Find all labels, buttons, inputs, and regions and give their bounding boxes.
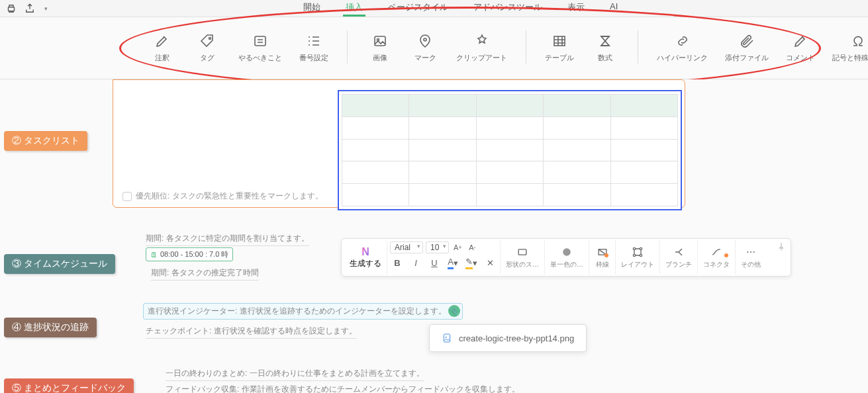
time-estimate-line[interactable]: 期間: 各タスクの推定完了時間	[151, 267, 259, 281]
attach-icon	[739, 33, 755, 49]
italic-button[interactable]: I	[409, 256, 423, 269]
ribbon-annotation[interactable]: 注釈	[146, 30, 179, 66]
bold-button[interactable]: B	[390, 256, 405, 269]
svg-rect-2	[255, 36, 265, 46]
summary-line2[interactable]: フィードバック収集: 作業計画を改善するためにチームメンバーからフィードバックを…	[166, 384, 520, 393]
ribbon-mark[interactable]: マーク	[409, 30, 442, 66]
ribbon-comment[interactable]: コメント	[783, 30, 818, 66]
svg-rect-7	[518, 249, 526, 255]
pin-icon[interactable]	[776, 241, 787, 252]
ribbon-separator	[347, 30, 348, 64]
pencil-icon	[154, 33, 170, 49]
ribbon-symbol[interactable]: 記号と特殊文字	[830, 30, 868, 66]
insert-ribbon: 注釈 タグ やるべきこと 番号設定 画像 マーク クリップアート テーブル 数式…	[0, 17, 868, 79]
border-button[interactable]: 枠線	[589, 240, 616, 275]
tab-view[interactable]: 表示	[565, 0, 587, 17]
svg-point-12	[633, 254, 635, 256]
more-icon: ⋯	[746, 245, 755, 259]
highlight-button[interactable]: ✎▾	[464, 256, 479, 269]
table-row	[342, 116, 678, 139]
tab-insert[interactable]: 挿入	[343, 0, 365, 17]
svg-rect-6	[554, 36, 565, 46]
clear-format-button[interactable]: ✕	[483, 256, 497, 269]
font-controls: Arial 10 A+ A- B I U A▾ ✎▾ ✕	[387, 240, 501, 275]
progress-indicator-row[interactable]: 進行状況インジケーター: 進行状況を追跡するためのインジケーターを設定します。 …	[143, 303, 463, 320]
ribbon-hyperlink[interactable]: ハイパーリンク	[654, 30, 710, 66]
fill-color-button[interactable]: 単一色の…	[545, 240, 589, 275]
font-family-select[interactable]: Arial	[390, 241, 423, 253]
font-increase[interactable]: A+	[452, 241, 463, 253]
font-size-select[interactable]: 10	[426, 241, 449, 253]
ribbon-formula[interactable]: 数式	[589, 30, 622, 66]
ribbon-tag[interactable]: タグ	[191, 30, 224, 66]
image-icon	[372, 33, 388, 49]
ribbon-image[interactable]: 画像	[363, 30, 397, 66]
indicator-dot	[724, 253, 728, 257]
ribbon-separator	[638, 30, 638, 64]
table-row	[342, 184, 678, 206]
node-summary[interactable]: ⑤ まとめとフィードバック	[4, 378, 134, 393]
font-decrease[interactable]: A-	[466, 241, 478, 253]
connector-button[interactable]: コネクタ	[698, 240, 736, 275]
dropdown-icon[interactable]: ▾	[42, 3, 49, 15]
selected-table[interactable]	[338, 90, 682, 210]
svg-point-8	[563, 248, 571, 256]
priority-row[interactable]: 優先順位: タスクの緊急性と重要性をマークします。	[122, 191, 323, 202]
tab-pagestyle[interactable]: ページスタイル	[385, 0, 451, 17]
formula-icon	[597, 33, 613, 49]
generate-button[interactable]: N 生成する	[344, 240, 387, 275]
table-row	[342, 95, 678, 117]
time-chip[interactable]: 🗓 08:00 - 15:00 : 7.0 時	[146, 247, 233, 261]
underline-button[interactable]: U	[427, 256, 442, 269]
checklist-icon	[252, 33, 268, 49]
table-row	[342, 139, 678, 161]
node-tasklist[interactable]: ② タスクリスト	[4, 131, 87, 151]
table-grid[interactable]	[342, 94, 678, 206]
attachment-filename: create-logic-tree-by-ppt14.png	[459, 333, 574, 343]
omega-icon	[850, 33, 866, 49]
time-period-line[interactable]: 期間: 各タスクに特定の期間を割り当てます。	[146, 233, 309, 246]
branch-icon	[672, 245, 685, 259]
svg-rect-3	[375, 36, 385, 46]
more-button[interactable]: ⋯ その他	[736, 240, 766, 275]
svg-point-13	[640, 254, 642, 256]
svg-point-1	[209, 38, 211, 40]
attachment-badge-icon[interactable]: 📎	[448, 305, 460, 317]
rect-icon	[516, 245, 529, 259]
link-icon	[675, 33, 691, 49]
node-timeschedule[interactable]: ③ タイムスケジュール	[4, 254, 115, 274]
mindmap-canvas[interactable]: 優先順位: タスクの緊急性と重要性をマークします。 ② タスクリスト ③ タイム…	[0, 79, 868, 393]
svg-point-11	[640, 247, 642, 249]
table-row	[342, 161, 678, 184]
summary-line1[interactable]: 一日の終わりのまとめ: 一日の終わりに仕事をまとめる計画を立てます。	[166, 368, 424, 381]
ribbon-table[interactable]: テーブル	[542, 30, 577, 66]
print-icon[interactable]	[5, 3, 17, 15]
share-icon[interactable]	[24, 3, 36, 15]
font-color-button[interactable]: A▾	[446, 256, 460, 269]
attachment-popup[interactable]: create-logic-tree-by-ppt14.png	[429, 324, 587, 352]
shape-style-button[interactable]: 形状のス…	[501, 240, 545, 275]
ribbon-numbering[interactable]: 番号設定	[297, 30, 331, 66]
title-bar: ▾ 開始 挿入 ページスタイル アドバンスツール 表示 AI	[0, 0, 868, 17]
tab-ai[interactable]: AI	[607, 0, 620, 17]
circle-icon	[560, 245, 573, 259]
table-icon	[552, 33, 567, 49]
numlist-icon	[306, 33, 322, 49]
comment-icon	[793, 33, 808, 49]
ribbon-todo[interactable]: やるべきこと	[236, 30, 285, 66]
svg-point-10	[633, 247, 635, 249]
layout-icon	[631, 245, 644, 259]
tab-advanced[interactable]: アドバンスツール	[471, 0, 545, 17]
node-progress[interactable]: ④ 進捗状況の追跡	[4, 318, 97, 337]
tab-start[interactable]: 開始	[301, 0, 323, 17]
ribbon-attach[interactable]: 添付ファイル	[722, 30, 771, 66]
checkbox-icon[interactable]	[122, 192, 132, 201]
file-image-icon	[442, 333, 452, 343]
layout-button[interactable]: レイアウト	[616, 240, 660, 275]
checkpoint-line[interactable]: チェックポイント: 進行状況を確認する時点を設定します。	[146, 326, 357, 339]
floating-toolbar: N 生成する Arial 10 A+ A- B I U A▾ ✎▾ ✕ 形状のス…	[341, 238, 791, 277]
ribbon-clipart[interactable]: クリップアート	[454, 30, 510, 66]
menu-tabs: 開始 挿入 ページスタイル アドバンスツール 表示 AI	[301, 0, 620, 17]
clock-icon: 🗓	[150, 251, 158, 259]
branch-button[interactable]: ブランチ	[660, 240, 698, 275]
